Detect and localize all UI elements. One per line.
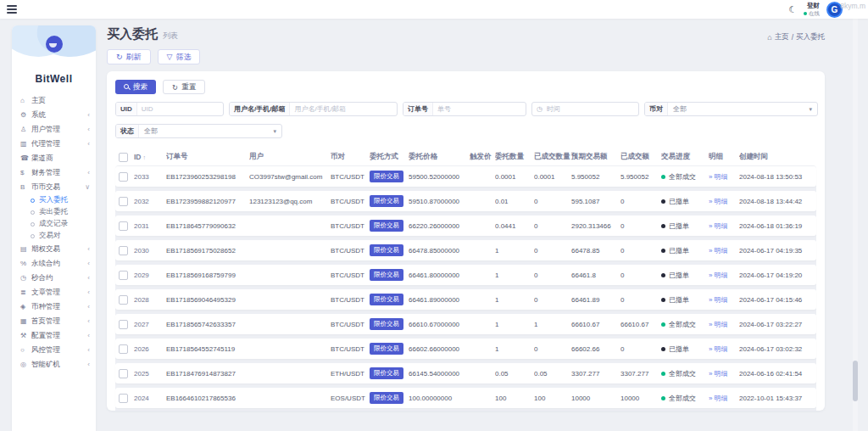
double-arrow-icon: » <box>709 321 712 328</box>
breadcrumb-home[interactable]: 主页 <box>775 32 789 42</box>
clock-icon: ◷ <box>532 105 542 113</box>
sidebar-item-label: 配置管理 <box>31 331 87 341</box>
sidebar-item-channel[interactable]: ☎渠道商 <box>12 151 96 165</box>
row-checkbox[interactable] <box>119 271 128 280</box>
breadcrumb-separator: / <box>792 33 793 42</box>
detail-link[interactable]: »明细 <box>709 221 739 231</box>
detail-link[interactable]: »明细 <box>709 271 739 280</box>
cell-method: 限价交易 <box>370 294 409 305</box>
detail-link[interactable]: »明细 <box>709 172 739 182</box>
chevron-down-icon: ▾ <box>273 128 276 135</box>
cell-created: 2024-08-18 13:50:53 <box>739 173 816 181</box>
sidebar-item-spot-trade[interactable]: B币币交易∨ <box>12 180 96 194</box>
shield-icon: ○ <box>20 346 31 354</box>
cell-method: 限价交易 <box>370 343 409 355</box>
sidebar-item-system[interactable]: ⚙系统‹ <box>12 108 96 122</box>
chevron-down-icon: ∨ <box>85 183 90 191</box>
row-checkbox[interactable] <box>119 197 128 206</box>
cell-method: 限价交易 <box>370 392 409 404</box>
username-input[interactable] <box>290 105 397 113</box>
detail-link[interactable]: »明细 <box>709 246 739 255</box>
status-text: 已撤单 <box>669 271 689 280</box>
status-text: 全部成交 <box>669 394 696 403</box>
radio-icon <box>31 199 35 203</box>
row-checkbox[interactable] <box>119 246 128 255</box>
sidebar-subitem-buy-orders[interactable]: 买入委托 <box>12 194 96 206</box>
cell-progress: 全部成交 <box>661 172 709 182</box>
user-name: 登财 <box>804 3 820 9</box>
sidebar-subitem-sell-orders[interactable]: 卖出委托 <box>12 206 96 218</box>
cell-order-no: EB1718569175028652 <box>166 247 249 255</box>
cell-method: 限价交易 <box>370 318 409 330</box>
row-checkbox[interactable] <box>119 295 128 305</box>
cell-expected: 10000 <box>571 395 620 402</box>
table-row: 2025EB1718476914873827ETH/USDT限价交易66145.… <box>115 363 816 383</box>
sidebar-item-articles[interactable]: ≣文章管理‹ <box>12 285 96 299</box>
column-header-1[interactable]: ID ↑ <box>134 153 166 161</box>
breadcrumb-current: 买入委托 <box>796 32 825 42</box>
refresh-button[interactable]: ↻ 刷新 <box>107 49 151 64</box>
sidebar-item-home[interactable]: ⌂主页 <box>12 93 96 108</box>
sidebar-item-agents[interactable]: ▥代理管理‹ <box>12 137 96 151</box>
refresh-icon: ↻ <box>116 53 123 61</box>
chevron-left-icon: ‹ <box>87 274 90 282</box>
sidebar-item-miner[interactable]: ◎智能矿机‹ <box>12 357 96 372</box>
cell-detail: »明细 <box>709 320 739 329</box>
sidebar-item-seconds[interactable]: ◷秒合约‹ <box>12 271 96 285</box>
row-checkbox[interactable] <box>119 221 128 231</box>
sidebar-item-label: 财务管理 <box>31 168 87 178</box>
cell-created: 2024-06-17 03:02:32 <box>739 345 816 353</box>
cell-pair: BTC/USDT <box>331 222 370 230</box>
row-checkbox[interactable] <box>119 320 128 329</box>
row-checkbox[interactable] <box>119 172 128 182</box>
cell-filled-qty: 0.05 <box>534 370 571 378</box>
hamburger-menu-icon[interactable] <box>7 5 17 14</box>
column-header-7: 触发价 <box>470 152 495 162</box>
detail-link[interactable]: »明细 <box>709 197 739 206</box>
cell-pair: BTC/USDT <box>331 247 370 255</box>
detail-link[interactable]: »明细 <box>709 320 739 329</box>
reset-button[interactable]: ↻ 重置 <box>163 80 205 94</box>
date-input[interactable] <box>542 105 638 113</box>
uid-input[interactable] <box>137 105 223 113</box>
detail-link[interactable]: »明细 <box>709 344 739 354</box>
row-checkbox[interactable] <box>119 369 128 378</box>
column-header-2: 订单号 <box>166 152 249 162</box>
sidebar-item-config[interactable]: ⚒配置管理‹ <box>12 328 96 343</box>
sidebar-item-perpetual[interactable]: %永续合约‹ <box>12 256 96 271</box>
detail-link[interactable]: »明细 <box>709 295 739 305</box>
detail-label: 明细 <box>714 394 727 403</box>
detail-label: 明细 <box>714 320 727 329</box>
sidebar-item-options[interactable]: ▤期权交易‹ <box>12 242 96 256</box>
page-title: 买入委托 <box>107 26 158 41</box>
cell-pair: BTC/USDT <box>331 321 370 328</box>
cell-user: CO3997stw@gmail.com <box>249 173 331 181</box>
search-button[interactable]: 搜索 <box>115 80 156 94</box>
dark-mode-toggle-icon[interactable]: ☾ <box>788 5 797 14</box>
pair-select[interactable]: 全部▾ <box>668 104 817 114</box>
cell-filled-qty: 0.0001 <box>534 173 571 181</box>
sidebar-item-coins[interactable]: ◈币种管理‹ <box>12 299 96 314</box>
sidebar-item-users[interactable]: ♙用户管理‹ <box>12 122 96 137</box>
sidebar-subitem-trade-pairs[interactable]: 交易对 <box>12 230 96 242</box>
select-all-checkbox[interactable] <box>119 153 128 162</box>
cell-filled-qty: 0 <box>534 345 571 353</box>
filter-button[interactable]: ▽ 筛选 <box>158 49 201 64</box>
cell-filled-amt: 0 <box>620 198 661 205</box>
cell-price: 59510.87000000 <box>409 198 470 205</box>
row-checkbox[interactable] <box>119 394 128 403</box>
status-dot <box>661 347 665 351</box>
cell-created: 2024-06-18 01:36:19 <box>739 222 816 230</box>
status-select[interactable]: 全部▾ <box>139 126 281 136</box>
sidebar-subitem-trade-records[interactable]: 成交记录 <box>12 218 96 230</box>
detail-link[interactable]: »明细 <box>709 394 739 403</box>
sidebar-item-finance[interactable]: $财务管理‹ <box>12 165 96 180</box>
sidebar-item-homepage[interactable]: ▦首页管理‹ <box>12 314 96 328</box>
row-checkbox[interactable] <box>119 344 128 354</box>
order-no-input[interactable] <box>433 105 526 113</box>
user-menu[interactable]: 登财 在线 <box>804 3 820 16</box>
sidebar-item-risk[interactable]: ○风控管理‹ <box>12 343 96 357</box>
scrollbar-thumb[interactable] <box>853 361 858 401</box>
detail-link[interactable]: »明细 <box>709 369 739 378</box>
cell-amount: 1 <box>495 345 534 353</box>
